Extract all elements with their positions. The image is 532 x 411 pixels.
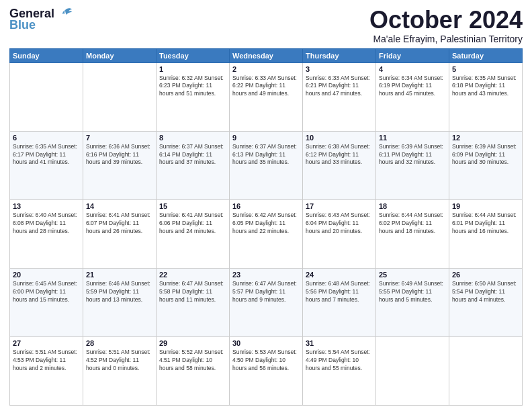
day-number: 23 [232,271,300,279]
calendar-table: SundayMondayTuesdayWednesdayThursdayFrid… [9,48,523,406]
calendar-weekday-tuesday: Tuesday [157,48,230,62]
calendar-cell [83,62,157,131]
calendar-cell: 6Sunrise: 6:35 AM Sunset: 6:17 PM Daylig… [10,131,83,199]
day-number: 13 [13,202,80,210]
calendar-weekday-thursday: Thursday [303,48,376,62]
day-info: Sunrise: 6:39 AM Sunset: 6:11 PM Dayligh… [379,143,446,167]
day-number: 21 [86,271,153,279]
day-number: 14 [86,202,153,210]
calendar-cell: 12Sunrise: 6:39 AM Sunset: 6:09 PM Dayli… [449,131,523,199]
day-number: 26 [452,271,519,279]
calendar-week-row: 20Sunrise: 6:45 AM Sunset: 6:00 PM Dayli… [10,268,523,336]
day-number: 17 [306,202,373,210]
day-info: Sunrise: 5:51 AM Sunset: 4:52 PM Dayligh… [86,349,153,373]
calendar-cell: 7Sunrise: 6:36 AM Sunset: 6:16 PM Daylig… [83,131,157,199]
calendar-cell: 31Sunrise: 5:54 AM Sunset: 4:49 PM Dayli… [303,336,376,405]
day-number: 9 [232,134,300,142]
calendar-week-row: 1Sunrise: 6:32 AM Sunset: 6:23 PM Daylig… [10,62,523,131]
day-info: Sunrise: 6:33 AM Sunset: 6:21 PM Dayligh… [306,75,373,99]
day-info: Sunrise: 6:35 AM Sunset: 6:18 PM Dayligh… [452,75,519,99]
day-number: 18 [379,202,446,210]
day-info: Sunrise: 6:37 AM Sunset: 6:13 PM Dayligh… [232,143,300,167]
calendar-header-row: SundayMondayTuesdayWednesdayThursdayFrid… [10,48,523,62]
day-number: 3 [306,65,373,73]
day-number: 25 [379,271,446,279]
calendar-cell [449,336,523,405]
calendar-weekday-wednesday: Wednesday [230,48,303,62]
title-area: October 2024 Ma'ale Efrayim, Palestinian… [369,7,523,44]
day-number: 5 [452,65,519,73]
day-number: 20 [13,271,80,279]
calendar-cell: 25Sunrise: 6:49 AM Sunset: 5:55 PM Dayli… [376,268,449,336]
calendar-cell: 2Sunrise: 6:33 AM Sunset: 6:22 PM Daylig… [230,62,303,131]
day-number: 6 [13,134,80,142]
day-number: 16 [232,202,300,210]
day-number: 1 [159,65,226,73]
day-info: Sunrise: 6:44 AM Sunset: 6:01 PM Dayligh… [452,212,519,236]
calendar-cell: 9Sunrise: 6:37 AM Sunset: 6:13 PM Daylig… [230,131,303,199]
calendar-weekday-saturday: Saturday [449,48,523,62]
day-info: Sunrise: 6:44 AM Sunset: 6:02 PM Dayligh… [379,212,446,236]
page-header: General Blue October 2024 Ma'ale Efrayim… [9,7,523,44]
day-info: Sunrise: 6:47 AM Sunset: 5:58 PM Dayligh… [159,280,226,304]
day-info: Sunrise: 6:48 AM Sunset: 5:56 PM Dayligh… [306,280,373,304]
calendar-cell: 26Sunrise: 6:50 AM Sunset: 5:54 PM Dayli… [449,268,523,336]
day-number: 8 [159,134,226,142]
day-info: Sunrise: 6:43 AM Sunset: 6:04 PM Dayligh… [306,212,373,236]
calendar-cell: 10Sunrise: 6:38 AM Sunset: 6:12 PM Dayli… [303,131,376,199]
day-info: Sunrise: 6:32 AM Sunset: 6:23 PM Dayligh… [159,75,226,99]
day-number: 28 [86,339,153,347]
day-info: Sunrise: 5:53 AM Sunset: 4:50 PM Dayligh… [232,349,300,373]
calendar-cell: 13Sunrise: 6:40 AM Sunset: 6:08 PM Dayli… [10,199,83,268]
calendar-cell: 30Sunrise: 5:53 AM Sunset: 4:50 PM Dayli… [230,336,303,405]
day-number: 4 [379,65,446,73]
day-info: Sunrise: 6:40 AM Sunset: 6:08 PM Dayligh… [13,212,80,236]
day-info: Sunrise: 6:45 AM Sunset: 6:00 PM Dayligh… [13,280,80,304]
day-info: Sunrise: 6:33 AM Sunset: 6:22 PM Dayligh… [232,75,300,99]
calendar-weekday-friday: Friday [376,48,449,62]
calendar-cell: 17Sunrise: 6:43 AM Sunset: 6:04 PM Dayli… [303,199,376,268]
day-number: 12 [452,134,519,142]
calendar-cell: 3Sunrise: 6:33 AM Sunset: 6:21 PM Daylig… [303,62,376,131]
day-number: 10 [306,134,373,142]
day-info: Sunrise: 6:47 AM Sunset: 5:57 PM Dayligh… [232,280,300,304]
calendar-weekday-monday: Monday [83,48,157,62]
day-number: 30 [232,339,300,347]
calendar-cell [376,336,449,405]
day-info: Sunrise: 6:39 AM Sunset: 6:09 PM Dayligh… [452,143,519,167]
calendar-cell: 14Sunrise: 6:41 AM Sunset: 6:07 PM Dayli… [83,199,157,268]
logo: General Blue [9,7,73,32]
day-number: 7 [86,134,153,142]
day-number: 24 [306,271,373,279]
day-info: Sunrise: 6:49 AM Sunset: 5:55 PM Dayligh… [379,280,446,304]
day-number: 15 [159,202,226,210]
day-info: Sunrise: 6:36 AM Sunset: 6:16 PM Dayligh… [86,143,153,167]
day-info: Sunrise: 6:37 AM Sunset: 6:14 PM Dayligh… [159,143,226,167]
calendar-cell: 21Sunrise: 6:46 AM Sunset: 5:59 PM Dayli… [83,268,157,336]
day-info: Sunrise: 6:46 AM Sunset: 5:59 PM Dayligh… [86,280,153,304]
calendar-cell: 27Sunrise: 5:51 AM Sunset: 4:53 PM Dayli… [10,336,83,405]
calendar-cell: 1Sunrise: 6:32 AM Sunset: 6:23 PM Daylig… [157,62,230,131]
day-number: 29 [159,339,226,347]
calendar-cell: 24Sunrise: 6:48 AM Sunset: 5:56 PM Dayli… [303,268,376,336]
day-info: Sunrise: 6:38 AM Sunset: 6:12 PM Dayligh… [306,143,373,167]
day-number: 2 [232,65,300,73]
calendar-week-row: 6Sunrise: 6:35 AM Sunset: 6:17 PM Daylig… [10,131,523,199]
day-info: Sunrise: 6:41 AM Sunset: 6:06 PM Dayligh… [159,212,226,236]
logo-blue: Blue [9,18,36,32]
calendar-cell: 8Sunrise: 6:37 AM Sunset: 6:14 PM Daylig… [157,131,230,199]
calendar-cell: 4Sunrise: 6:34 AM Sunset: 6:19 PM Daylig… [376,62,449,131]
calendar-cell: 23Sunrise: 6:47 AM Sunset: 5:57 PM Dayli… [230,268,303,336]
day-number: 27 [13,339,80,347]
calendar-cell: 15Sunrise: 6:41 AM Sunset: 6:06 PM Dayli… [157,199,230,268]
day-number: 11 [379,134,446,142]
day-info: Sunrise: 6:50 AM Sunset: 5:54 PM Dayligh… [452,280,519,304]
calendar-cell: 18Sunrise: 6:44 AM Sunset: 6:02 PM Dayli… [376,199,449,268]
day-info: Sunrise: 6:42 AM Sunset: 6:05 PM Dayligh… [232,212,300,236]
day-number: 31 [306,339,373,347]
day-info: Sunrise: 5:52 AM Sunset: 4:51 PM Dayligh… [159,349,226,373]
calendar-cell: 20Sunrise: 6:45 AM Sunset: 6:00 PM Dayli… [10,268,83,336]
calendar-weekday-sunday: Sunday [10,48,83,62]
calendar-cell: 5Sunrise: 6:35 AM Sunset: 6:18 PM Daylig… [449,62,523,131]
calendar-week-row: 27Sunrise: 5:51 AM Sunset: 4:53 PM Dayli… [10,336,523,405]
